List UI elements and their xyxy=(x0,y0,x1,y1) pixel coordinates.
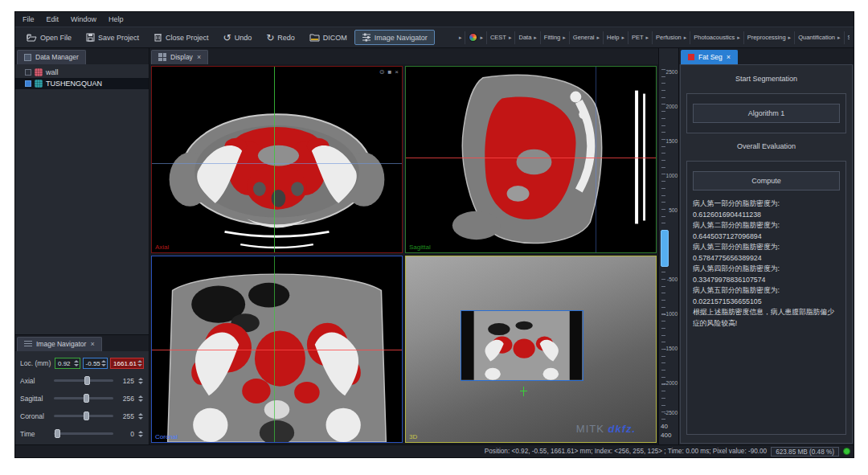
tab-fat-seg[interactable]: Fat Seg × xyxy=(681,50,738,64)
spinner-arrows-icon[interactable] xyxy=(137,429,144,439)
tree-item-wall[interactable]: wall xyxy=(15,67,149,78)
chevron-right-icon: ▸ xyxy=(480,35,483,41)
save-project-label: Save Project xyxy=(98,34,139,42)
save-project-button[interactable]: Save Project xyxy=(79,30,146,45)
undo-button[interactable]: ↺ Undo xyxy=(216,31,260,45)
menu-window[interactable]: Window xyxy=(71,15,96,23)
axial-slider-value: 125 xyxy=(117,377,134,385)
close-icon[interactable]: × xyxy=(197,54,201,60)
loc-z-value: 1661.61 xyxy=(111,360,137,367)
menu-cest-label: CEST xyxy=(490,34,506,41)
plugin-overflow-button[interactable]: ▸ xyxy=(456,31,465,44)
menu-data-label: Data xyxy=(518,34,531,41)
dicom-label: DICOM xyxy=(323,34,347,42)
redo-button[interactable]: ↻ Redo xyxy=(259,31,302,45)
menu-edit[interactable]: Edit xyxy=(47,15,59,23)
menu-pet[interactable]: PET▸ xyxy=(628,31,652,44)
color-tool-button[interactable]: ▸ xyxy=(465,31,486,44)
axial-slider[interactable] xyxy=(54,379,113,382)
fat-seg-tabrow: Fat Seg × xyxy=(679,48,854,64)
menu-photoacoustics[interactable]: Photoacoustics▸ xyxy=(690,31,743,44)
time-slider[interactable] xyxy=(54,432,113,435)
close-icon[interactable]: × xyxy=(90,341,94,347)
close-icon[interactable]: × xyxy=(395,68,399,76)
menu-segmentation[interactable]: Segmentation▸ xyxy=(844,31,850,44)
main-toolbar: Open File Save Project Close Project ↺ U… xyxy=(15,27,854,48)
loc-z-spinbox[interactable]: 1661.61 xyxy=(110,358,144,369)
close-project-button[interactable]: Close Project xyxy=(146,30,216,45)
menu-data[interactable]: Data▸ xyxy=(514,31,539,44)
compute-button[interactable]: Compute xyxy=(693,171,840,190)
slider-handle[interactable] xyxy=(84,412,89,420)
window-level-value: 40 xyxy=(661,422,671,431)
tab-data-manager[interactable]: Data Manager xyxy=(17,50,86,64)
spinner-arrows-icon[interactable] xyxy=(137,412,144,421)
menu-quantification[interactable]: Quantification▸ xyxy=(794,31,843,44)
chevron-right-icon: ▸ xyxy=(837,35,841,41)
close-icon[interactable]: × xyxy=(727,54,731,60)
spinner-arrows-icon[interactable] xyxy=(137,394,144,403)
tree-item-tushengquan[interactable]: TUSHENGQUAN xyxy=(15,78,149,89)
image-navigator-body: Loc. (mm) 0.92 -0.55 1661.61 xyxy=(15,351,149,444)
spinner-arrows-icon[interactable] xyxy=(137,358,143,368)
menu-segmentation-label: Segmentation xyxy=(848,34,850,41)
loc-y-spinbox[interactable]: -0.55 xyxy=(83,358,108,369)
menu-perfusion[interactable]: Perfusion▸ xyxy=(652,31,690,44)
close-project-label: Close Project xyxy=(166,34,209,42)
level-window-slider[interactable]: 2500 2000 1500 1000 500 -500 -1000 -1500… xyxy=(658,48,678,444)
coronal-slider[interactable] xyxy=(54,415,113,417)
menu-cest[interactable]: CEST▸ xyxy=(486,31,515,44)
sagittal-view[interactable]: Sagittal xyxy=(405,66,657,253)
visibility-checkbox[interactable] xyxy=(25,80,31,87)
menu-file[interactable]: File xyxy=(23,15,35,23)
slider-handle[interactable] xyxy=(84,394,89,403)
slider-handle[interactable] xyxy=(84,376,90,385)
sagittal-slider[interactable] xyxy=(54,397,113,399)
crosshair-axial-line[interactable] xyxy=(406,158,656,158)
crosshair-coronal-line[interactable] xyxy=(596,67,596,252)
crosshair-axial-line[interactable] xyxy=(152,350,402,350)
spinner-arrows-icon[interactable] xyxy=(73,358,80,368)
maximize-icon[interactable]: ■ xyxy=(387,68,391,76)
open-file-button[interactable]: Open File xyxy=(19,30,79,45)
menu-help[interactable]: Help xyxy=(108,15,124,23)
crosshair-sagittal-line[interactable] xyxy=(274,256,275,442)
spinner-arrows-icon[interactable] xyxy=(100,358,107,368)
axial-view[interactable]: ⊙ ■ × Axial xyxy=(151,66,403,253)
lw-tick-label: -2000 xyxy=(661,380,678,386)
tab-display[interactable]: Display × xyxy=(151,50,208,64)
status-ok-icon xyxy=(843,448,850,455)
pin-icon[interactable]: ⊙ xyxy=(379,68,385,76)
lw-tick-label: -1000 xyxy=(661,311,678,317)
menu-general-label: General xyxy=(573,34,595,41)
menu-general[interactable]: General▸ xyxy=(569,31,603,44)
memory-usage[interactable]: 623.85 MB (0.48 %) xyxy=(771,447,839,457)
loc-x-spinbox[interactable]: 0.92 xyxy=(55,358,80,369)
start-segmentation-group: Algorithm 1 xyxy=(686,93,846,133)
spinner-arrows-icon[interactable] xyxy=(137,376,144,386)
menu-fitting[interactable]: Fitting▸ xyxy=(540,31,569,44)
level-window-handle[interactable] xyxy=(661,230,669,267)
dicom-button[interactable]: DICOM xyxy=(302,30,354,45)
visibility-checkbox[interactable] xyxy=(25,69,31,76)
lw-tick-label: -1500 xyxy=(661,346,678,351)
threed-view[interactable]: MITK dkfz. 3D xyxy=(405,256,657,443)
coronal-view[interactable]: Coronal xyxy=(151,256,403,443)
lw-tick-label: -500 xyxy=(661,276,678,282)
menu-help[interactable]: Help▸ xyxy=(603,31,628,44)
slider-handle[interactable] xyxy=(55,429,60,438)
redo-label: Redo xyxy=(277,34,295,42)
loc-x-value: 0.92 xyxy=(55,360,73,367)
image-navigator-button[interactable]: Image Navigator xyxy=(354,30,435,45)
lw-tick-label: 500 xyxy=(661,207,678,213)
sagittal-view-label: Sagittal xyxy=(409,244,431,251)
axial-view-label: Axial xyxy=(155,244,169,251)
tab-image-navigator[interactable]: Image Navigator × xyxy=(17,337,102,351)
crosshair-coronal-line[interactable] xyxy=(152,163,402,164)
threed-slice-plane[interactable] xyxy=(461,310,583,381)
algorithm-1-button[interactable]: Algorithm 1 xyxy=(693,104,840,123)
image-node-icon xyxy=(35,80,43,88)
menu-preprocessing[interactable]: Preprocessing▸ xyxy=(743,31,794,44)
crosshair-sagittal-line[interactable] xyxy=(274,67,275,252)
menu-pet-label: PET xyxy=(632,34,644,41)
